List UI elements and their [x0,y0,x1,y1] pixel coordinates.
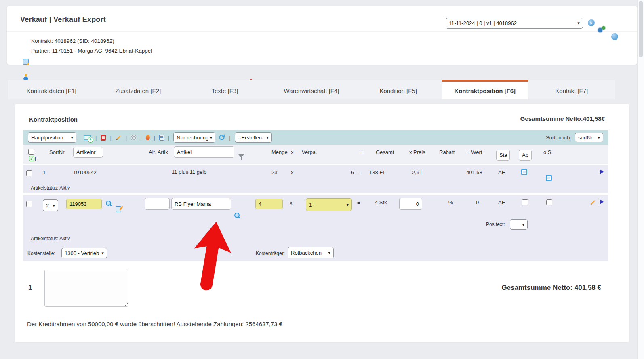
expand-row-icon[interactable] [600,199,604,204]
status-column-box[interactable]: Sta [496,150,510,161]
create-menu-value: --Erstellen- [238,135,264,141]
ab-column-box[interactable]: Ab [519,150,532,161]
article-search-icon[interactable] [234,213,240,219]
paste-icon[interactable] [159,135,164,141]
position-type-select[interactable]: Hauptposition ▾ [28,132,76,143]
row2-artikel-input[interactable] [171,198,231,210]
scrollbar[interactable] [637,0,644,359]
tab-kondition[interactable]: Kondition [F5] [355,80,442,99]
create-menu-select[interactable]: --Erstellen- ▾ [235,132,272,143]
table-row-edit: 2 ▾ x 1- ▾ = 4 Stk % 0 AE Po [23,195,608,261]
row1-x: x [291,169,294,175]
filter-funnel-icon[interactable] [238,154,244,158]
kostenstelle-select[interactable]: 1300 - Vertrieb ▾ [61,248,107,258]
contract-icon [23,59,29,65]
row2-ab-checkbox[interactable] [546,199,552,205]
expand-row-icon[interactable] [600,169,604,174]
version-select[interactable]: 11-11-2024 | 0 | v1 | 4018962 ▾ [446,18,583,29]
refresh-icon[interactable] [219,134,225,141]
position-toolbar: Hauptposition ▾ | | | | | | Nur rechnung… [23,130,608,145]
row1-preis: 2,91 [412,169,422,175]
row-checkbox[interactable] [26,170,32,176]
tab-label: Kontakt [F7] [555,87,588,94]
kostentraeger-label: Kostenträger: [256,251,285,256]
column-verpa: Verpa. [302,149,317,155]
row1-artikelstatus: Artikelstatus: Aktiv [31,185,70,191]
sort-select[interactable]: sortNr ▾ [575,133,603,142]
tab-warenwirtschaft[interactable]: Warenwirtschaft [F4] [268,80,355,99]
column-alt-artik: Alt. Artik [149,149,168,155]
checkered-flag-icon[interactable] [131,135,136,140]
row-checkbox[interactable] [26,201,32,207]
row2-status-checkbox[interactable] [522,199,528,205]
tab-label: Kondition [F5] [379,87,417,94]
position-note-textarea[interactable] [44,270,128,307]
delete-position-icon[interactable] [101,135,106,141]
separator: | [168,135,169,141]
chevron-down-icon: ▾ [210,135,213,140]
select-all-confirm-icon[interactable]: ✓ [29,156,34,161]
sort-label: Sort. nach: [546,135,571,141]
sort-select-value: sortNr [578,135,592,141]
tab-texte[interactable]: Texte [F3] [181,80,268,99]
globe-icon[interactable] [611,33,618,40]
row2-rabatt-input[interactable] [399,198,422,210]
chevron-down-icon: ▾ [577,21,580,26]
artikel-filter-input[interactable] [174,146,234,158]
page-title: Verkauf | Verkauf Export [20,15,106,24]
row1-verpa: 6 [351,169,354,175]
column-gesamt: Gesamt [376,149,394,155]
row2-artikelnr-input[interactable] [66,199,102,209]
tab-label: Texte [F3] [212,87,238,94]
row2-sortnr-value: 2 [46,203,49,209]
chevron-down-icon: ▾ [101,251,104,256]
row2-verpackung-select[interactable]: 1- ▾ [306,198,352,211]
row1-ab-checkbox[interactable] [546,175,552,181]
kontraktposition-panel: Kontraktposition Gesamtsumme Netto:401,5… [15,104,629,342]
header-card: Verkauf | Verkauf Export 11-11-2024 | 0 … [7,6,637,65]
row2-gesamt: 4 Stk [375,199,387,205]
app-canvas: Verkauf | Verkauf Export 11-11-2024 | 0 … [0,0,644,359]
tab-zusatzdaten[interactable]: Zusatzdaten [F2] [95,80,182,99]
column-eq: = [360,149,364,155]
tab-kontraktposition[interactable]: Kontraktposition [F6] [442,80,528,99]
row1-gesamt: 138 FL [369,169,385,175]
header-divider [7,31,637,32]
select-all-checkbox[interactable] [28,149,34,155]
column-os: o.S. [543,149,553,155]
separator: | [140,135,141,141]
invoice-filter-select[interactable]: Nur rechnung ▾ [173,132,215,143]
note-index: 1 [28,284,32,292]
separator: | [229,135,230,141]
article-search-icon[interactable] [106,201,112,207]
add-position-icon[interactable] [84,135,91,140]
separator: | [126,135,127,141]
scrollbar-thumb[interactable] [639,1,643,57]
kostentraeger-value: Rotbäckchen [291,250,322,256]
edit-row-pencil-icon[interactable] [590,200,596,205]
kontrakt-info: Kontrakt: 4018962 (SID: 4018962) [31,38,114,44]
tab-kontakt[interactable]: Kontakt [F7] [528,80,615,99]
settings-gears-icon[interactable] [598,26,605,33]
kostenstelle-value: 1300 - Vertrieb [65,250,99,256]
search-action-icon[interactable]: ➤ [588,19,595,26]
article-edit-icon[interactable] [116,206,121,212]
row2-alt-artikel-input[interactable] [145,198,170,210]
chevron-down-icon: ▾ [53,203,55,208]
arrow-mark: ➤ [590,21,593,25]
row2-menge-input[interactable] [255,199,283,209]
row2-sortnr-select[interactable]: 2 ▾ [43,199,58,211]
row2-percent: % [448,199,453,205]
column-x-preis: x Preis [409,149,425,155]
artikelnr-filter-input[interactable] [73,147,103,158]
row2-rabatt-value: 0 [476,199,479,205]
separator: | [154,135,155,141]
tab-kontraktdaten[interactable]: Kontraktdaten [F1] [8,80,95,99]
edit-pencil-icon[interactable] [116,135,121,140]
row1-sortnr: 1 [43,169,46,175]
kostentraeger-select[interactable]: Rotbäckchen ▾ [288,247,334,258]
flame-icon[interactable] [145,134,150,140]
column-x: x [291,149,294,155]
row1-status-checkbox[interactable] [521,169,527,175]
postext-select[interactable]: ▾ [510,219,528,230]
